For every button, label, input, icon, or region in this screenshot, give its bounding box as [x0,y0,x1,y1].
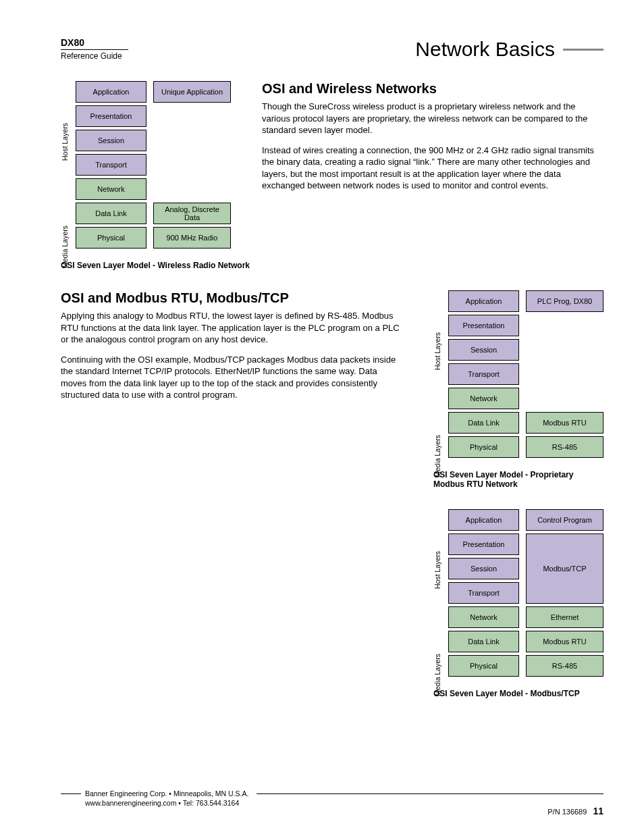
map-empty [526,363,603,385]
diagram-modbus-rtu: Host Layers Media Layers Application Pre… [433,290,603,489]
part-number: P/N 136689 [547,808,587,816]
osi-application: Application [448,509,519,531]
diagram3-caption: OSI Seven Layer Model - Modbus/TCP [433,689,603,698]
section-wireless: OSI and Wireless Networks Though the Sur… [262,81,603,270]
map-plc-prog: PLC Prog, DX80 [526,290,603,312]
map-modbus-rtu: Modbus RTU [526,412,603,434]
footer-rule-left [61,793,81,794]
map-ethernet: Ethernet [526,606,603,628]
page-header: DX80 Reference Guide Network Basics [61,37,603,61]
map-modbus-tcp: Modbus/TCP [526,533,603,604]
media-layers-label: Media Layers [433,641,441,708]
host-layers-label: Host Layers [61,101,69,182]
osi-session: Session [448,339,519,361]
header-right: Network Basics [415,38,603,61]
map-empty [153,105,231,127]
modbus-para1: Applying this analogy to Modbus RTU, the… [61,310,405,346]
osi-transport: Transport [76,154,146,176]
osi-transport: Transport [448,582,519,604]
osi-application: Application [76,81,146,103]
osi-physical: Physical [448,655,519,677]
osi-network: Network [448,388,519,409]
diagram-modbus-tcp: Host Layers Media Layers Application Pre… [433,509,603,698]
map-empty [526,339,603,361]
host-layers-label: Host Layers [433,529,441,610]
reference-guide-label: Reference Guide [61,51,128,61]
map-empty [153,178,231,200]
osi-application: Application [448,290,519,312]
modbus-para2: Continuing with the OSI example, Modbus/… [61,354,405,401]
osi-presentation: Presentation [448,533,519,555]
media-layers-label: Media Layers [433,422,441,490]
osi-session: Session [76,130,146,151]
osi-session: Session [448,558,519,579]
map-empty [526,388,603,409]
osi-datalink: Data Link [448,631,519,652]
title-rule [563,49,603,51]
footer-contact: www.bannerengineering.com • Tel: 763.544… [85,799,603,807]
page-number: 11 [593,806,603,816]
map-empty [153,154,231,176]
footer-company: Banner Engineering Corp. • Minneapolis, … [85,789,248,798]
footer-rule-right [257,793,603,794]
osi-presentation: Presentation [76,105,146,127]
map-empty [526,315,603,336]
map-rs485: RS-485 [526,655,603,677]
osi-network: Network [76,178,146,200]
page-title: Network Basics [415,38,555,61]
heading-modbus: OSI and Modbus RTU, Modbus/TCP [61,290,405,306]
map-analog-data: Analog, Discrete Data [153,203,231,224]
page-footer: Banner Engineering Corp. • Minneapolis, … [61,789,603,807]
host-layers-label: Host Layers [433,311,441,392]
map-modbus-rtu: Modbus RTU [526,631,603,652]
diagram1-caption: OSI Seven Layer Model - Wireless Radio N… [61,261,250,270]
map-unique-app: Unique Application [153,81,231,103]
media-layers-label: Media Layers [61,213,69,280]
osi-network: Network [448,606,519,628]
osi-datalink: Data Link [76,203,146,224]
osi-physical: Physical [76,227,146,249]
section-modbus: OSI and Modbus RTU, Modbus/TCP Applying … [61,290,405,489]
osi-transport: Transport [448,363,519,385]
osi-presentation: Presentation [448,315,519,336]
map-900mhz: 900 MHz Radio [153,227,231,249]
header-left: DX80 Reference Guide [61,37,128,61]
product-code: DX80 [61,37,128,48]
map-empty [153,130,231,151]
wireless-para1: Though the SureCross wireless product is… [262,101,603,136]
wireless-para2: Instead of wires creating a connection, … [262,145,603,192]
osi-physical: Physical [448,436,519,458]
diagram2-caption: OSI Seven Layer Model - Proprietary Modb… [433,470,595,489]
heading-wireless: OSI and Wireless Networks [262,81,603,97]
map-rs485: RS-485 [526,436,603,458]
map-control-program: Control Program [526,509,603,531]
diagram-wireless: Host Layers Media Layers Application Pre… [61,81,250,270]
osi-datalink: Data Link [448,412,519,434]
